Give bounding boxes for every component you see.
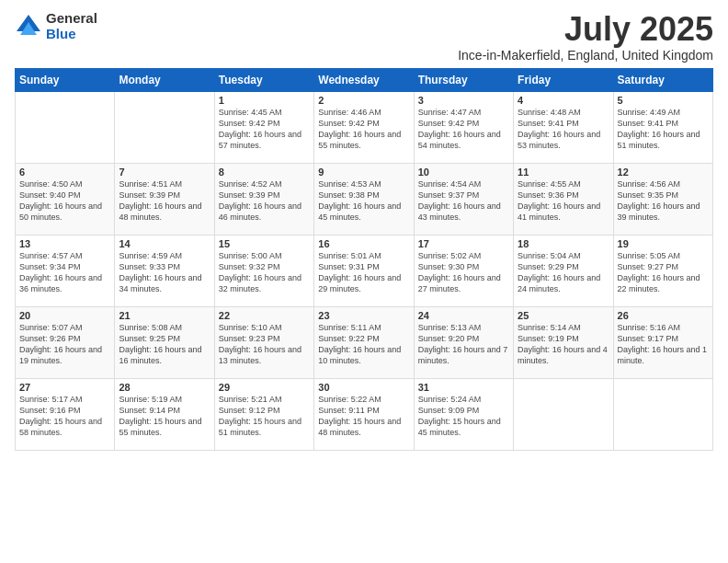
calendar-day-cell: 13Sunrise: 4:57 AM Sunset: 9:34 PM Dayli… [16, 235, 115, 306]
day-number: 4 [518, 95, 609, 106]
calendar-day-cell: 17Sunrise: 5:02 AM Sunset: 9:30 PM Dayli… [414, 235, 513, 306]
day-info: Sunrise: 5:07 AM Sunset: 9:26 PM Dayligh… [19, 322, 110, 367]
calendar-week-row: 1Sunrise: 4:45 AM Sunset: 9:42 PM Daylig… [16, 91, 713, 163]
calendar-day-cell: 5Sunrise: 4:49 AM Sunset: 9:41 PM Daylig… [613, 91, 712, 163]
page: General Blue July 2025 Ince-in-Makerfiel… [0, 0, 728, 563]
day-of-week-header: Thursday [414, 68, 513, 91]
day-info: Sunrise: 5:24 AM Sunset: 9:09 PM Dayligh… [418, 394, 509, 439]
calendar-day-cell: 4Sunrise: 4:48 AM Sunset: 9:41 PM Daylig… [514, 91, 613, 163]
day-info: Sunrise: 4:54 AM Sunset: 9:37 PM Dayligh… [418, 178, 509, 224]
day-number: 12 [618, 167, 709, 178]
day-number: 5 [618, 95, 709, 106]
calendar-day-cell: 28Sunrise: 5:19 AM Sunset: 9:14 PM Dayli… [115, 378, 214, 450]
calendar-day-cell: 27Sunrise: 5:17 AM Sunset: 9:16 PM Dayli… [16, 378, 115, 450]
day-info: Sunrise: 4:55 AM Sunset: 9:36 PM Dayligh… [518, 178, 609, 224]
day-of-week-header: Monday [115, 68, 214, 91]
day-info: Sunrise: 4:51 AM Sunset: 9:39 PM Dayligh… [119, 178, 210, 224]
day-number: 3 [418, 95, 509, 106]
calendar-day-cell: 8Sunrise: 4:52 AM Sunset: 9:39 PM Daylig… [214, 163, 313, 235]
day-info: Sunrise: 4:59 AM Sunset: 9:33 PM Dayligh… [119, 250, 210, 295]
calendar-day-cell: 7Sunrise: 4:51 AM Sunset: 9:39 PM Daylig… [115, 163, 214, 235]
day-info: Sunrise: 5:17 AM Sunset: 9:16 PM Dayligh… [19, 394, 110, 439]
calendar-day-cell: 25Sunrise: 5:14 AM Sunset: 9:19 PM Dayli… [514, 306, 613, 378]
day-number: 15 [219, 238, 310, 249]
day-info: Sunrise: 5:13 AM Sunset: 9:20 PM Dayligh… [418, 322, 509, 367]
day-number: 24 [418, 310, 509, 321]
day-of-week-header: Wednesday [314, 68, 414, 91]
calendar-week-row: 27Sunrise: 5:17 AM Sunset: 9:16 PM Dayli… [16, 378, 713, 450]
calendar-day-cell: 1Sunrise: 4:45 AM Sunset: 9:42 PM Daylig… [214, 91, 313, 163]
header: General Blue July 2025 Ince-in-Makerfiel… [15, 11, 713, 63]
calendar-day-cell: 12Sunrise: 4:56 AM Sunset: 9:35 PM Dayli… [613, 163, 712, 235]
day-info: Sunrise: 4:57 AM Sunset: 9:34 PM Dayligh… [19, 250, 110, 295]
day-info: Sunrise: 5:01 AM Sunset: 9:31 PM Dayligh… [318, 250, 409, 295]
calendar-day-cell: 6Sunrise: 4:50 AM Sunset: 9:40 PM Daylig… [16, 163, 115, 235]
day-info: Sunrise: 5:22 AM Sunset: 9:11 PM Dayligh… [318, 394, 409, 439]
calendar-day-cell: 10Sunrise: 4:54 AM Sunset: 9:37 PM Dayli… [414, 163, 513, 235]
location: Ince-in-Makerfield, England, United King… [458, 48, 713, 63]
calendar-day-cell: 16Sunrise: 5:01 AM Sunset: 9:31 PM Dayli… [314, 235, 414, 306]
day-info: Sunrise: 5:05 AM Sunset: 9:27 PM Dayligh… [618, 250, 709, 295]
day-number: 2 [318, 95, 409, 106]
day-info: Sunrise: 4:47 AM Sunset: 9:42 PM Dayligh… [418, 107, 509, 152]
day-number: 27 [19, 382, 110, 393]
calendar-day-cell: 11Sunrise: 4:55 AM Sunset: 9:36 PM Dayli… [514, 163, 613, 235]
day-number: 1 [219, 95, 310, 106]
day-of-week-header: Saturday [613, 68, 712, 91]
day-info: Sunrise: 5:10 AM Sunset: 9:23 PM Dayligh… [219, 322, 310, 367]
day-info: Sunrise: 4:46 AM Sunset: 9:42 PM Dayligh… [318, 107, 409, 152]
logo-text: General Blue [46, 11, 97, 41]
calendar-day-cell: 22Sunrise: 5:10 AM Sunset: 9:23 PM Dayli… [214, 306, 313, 378]
day-info: Sunrise: 5:21 AM Sunset: 9:12 PM Dayligh… [219, 394, 310, 439]
calendar-day-cell: 3Sunrise: 4:47 AM Sunset: 9:42 PM Daylig… [414, 91, 513, 163]
day-of-week-header: Tuesday [214, 68, 313, 91]
calendar-day-cell: 14Sunrise: 4:59 AM Sunset: 9:33 PM Dayli… [115, 235, 214, 306]
day-info: Sunrise: 5:02 AM Sunset: 9:30 PM Dayligh… [418, 250, 509, 295]
month-title: July 2025 [458, 11, 713, 48]
day-info: Sunrise: 4:49 AM Sunset: 9:41 PM Dayligh… [618, 107, 709, 152]
day-info: Sunrise: 5:16 AM Sunset: 9:17 PM Dayligh… [618, 322, 709, 367]
day-number: 16 [318, 238, 409, 249]
day-number: 14 [119, 238, 210, 249]
day-info: Sunrise: 5:19 AM Sunset: 9:14 PM Dayligh… [119, 394, 210, 439]
day-info: Sunrise: 5:08 AM Sunset: 9:25 PM Dayligh… [119, 322, 210, 367]
day-info: Sunrise: 5:00 AM Sunset: 9:32 PM Dayligh… [219, 250, 310, 295]
day-info: Sunrise: 5:14 AM Sunset: 9:19 PM Dayligh… [518, 322, 609, 367]
day-number: 8 [219, 167, 310, 178]
calendar-day-cell: 31Sunrise: 5:24 AM Sunset: 9:09 PM Dayli… [414, 378, 513, 450]
day-number: 7 [119, 167, 210, 178]
day-info: Sunrise: 4:48 AM Sunset: 9:41 PM Dayligh… [518, 107, 609, 152]
day-number: 21 [119, 310, 210, 321]
day-number: 31 [418, 382, 509, 393]
calendar-day-cell [16, 91, 115, 163]
logo-general: General [46, 11, 97, 27]
day-number: 18 [518, 238, 609, 249]
calendar-week-row: 6Sunrise: 4:50 AM Sunset: 9:40 PM Daylig… [16, 163, 713, 235]
calendar: SundayMondayTuesdayWednesdayThursdayFrid… [15, 68, 713, 451]
day-number: 30 [318, 382, 409, 393]
day-number: 28 [119, 382, 210, 393]
calendar-header-row: SundayMondayTuesdayWednesdayThursdayFrid… [16, 68, 713, 91]
logo-icon [15, 13, 42, 40]
title-block: July 2025 Ince-in-Makerfield, England, U… [458, 11, 713, 63]
day-number: 6 [19, 167, 110, 178]
day-number: 20 [19, 310, 110, 321]
calendar-day-cell: 19Sunrise: 5:05 AM Sunset: 9:27 PM Dayli… [613, 235, 712, 306]
day-number: 23 [318, 310, 409, 321]
day-info: Sunrise: 4:45 AM Sunset: 9:42 PM Dayligh… [219, 107, 310, 152]
day-number: 26 [618, 310, 709, 321]
calendar-week-row: 20Sunrise: 5:07 AM Sunset: 9:26 PM Dayli… [16, 306, 713, 378]
calendar-day-cell: 21Sunrise: 5:08 AM Sunset: 9:25 PM Dayli… [115, 306, 214, 378]
calendar-day-cell: 15Sunrise: 5:00 AM Sunset: 9:32 PM Dayli… [214, 235, 313, 306]
day-info: Sunrise: 5:11 AM Sunset: 9:22 PM Dayligh… [318, 322, 409, 367]
logo: General Blue [15, 11, 97, 41]
day-info: Sunrise: 4:56 AM Sunset: 9:35 PM Dayligh… [618, 178, 709, 224]
day-number: 13 [19, 238, 110, 249]
day-number: 29 [219, 382, 310, 393]
calendar-day-cell: 30Sunrise: 5:22 AM Sunset: 9:11 PM Dayli… [314, 378, 414, 450]
day-number: 9 [318, 167, 409, 178]
day-of-week-header: Sunday [16, 68, 115, 91]
day-number: 11 [518, 167, 609, 178]
calendar-day-cell [613, 378, 712, 450]
day-number: 10 [418, 167, 509, 178]
